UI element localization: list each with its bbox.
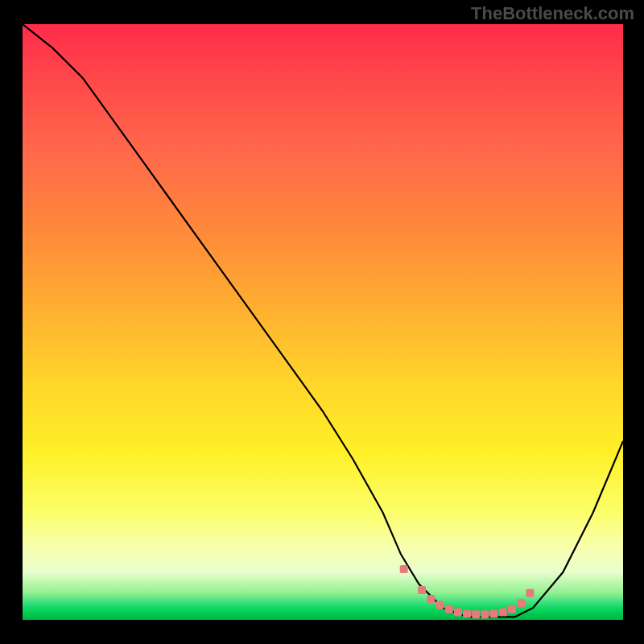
marker-point: [445, 605, 453, 613]
marker-point: [472, 610, 480, 618]
marker-point: [526, 589, 534, 597]
marker-point: [400, 565, 408, 573]
marker-point: [517, 599, 525, 607]
watermark-text: TheBottleneck.com: [471, 3, 634, 24]
optimal-zone-markers: [400, 565, 535, 618]
bottleneck-curve: [23, 24, 623, 617]
marker-point: [481, 610, 489, 618]
marker-point: [499, 608, 507, 616]
marker-point: [454, 608, 462, 616]
marker-point: [508, 605, 516, 613]
marker-point: [427, 595, 435, 603]
marker-point: [436, 601, 444, 609]
marker-point: [463, 610, 471, 618]
plot-area: [23, 24, 623, 620]
marker-point: [418, 586, 426, 594]
marker-point: [490, 610, 498, 618]
chart-svg: [23, 24, 623, 620]
